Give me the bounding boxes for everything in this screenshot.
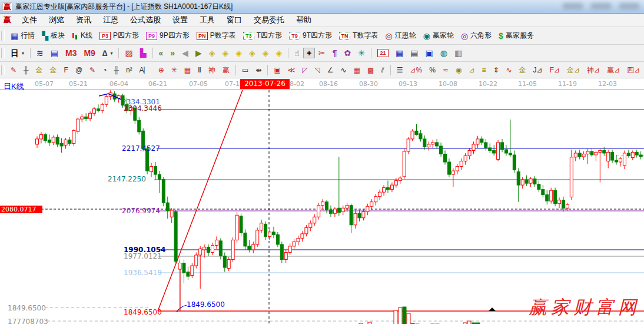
gann-lines-icon[interactable]: ╫	[20, 65, 32, 75]
zigzag-small-icon[interactable]: ∿	[337, 65, 350, 75]
time-dial-icon[interactable]: ◔	[99, 65, 110, 75]
info-panel-icon[interactable]: ▤	[47, 48, 62, 58]
pattern-tool-icon[interactable]: ✳	[354, 48, 369, 58]
p-square-button[interactable]: P3P四方形	[96, 29, 142, 42]
square-grid-icon[interactable]: ▦	[181, 65, 194, 75]
gold-under-icon[interactable]: 金	[516, 65, 530, 75]
grid-red-icon[interactable]: ▦	[350, 65, 364, 75]
gold-grid2-icon[interactable]: 金	[47, 65, 61, 75]
menu-help[interactable]: 帮助	[290, 15, 317, 24]
spiral-icon[interactable]: @	[72, 65, 86, 75]
flower-tool-icon[interactable]: ✿	[341, 48, 355, 58]
list-percent-icon[interactable]: ☰	[393, 65, 407, 75]
h-measure-icon[interactable]: ⇹	[252, 65, 265, 75]
grid-lines-icon[interactable]: ╫	[110, 65, 122, 75]
menu-formula-pick[interactable]: 公式选股	[124, 15, 167, 24]
p-number-table-button[interactable]: PNP数字表	[193, 29, 240, 42]
stamp-tool-icon[interactable]: ¶	[329, 48, 341, 58]
gold-circle-icon[interactable]: ◉	[452, 65, 465, 75]
angle-lines-icon[interactable]: ∠	[324, 65, 337, 75]
chart-panel[interactable]: 05-0705-2106-0406-2107-0507-1908-0208-16…	[0, 78, 644, 324]
menu-gann[interactable]: 江恩	[97, 15, 124, 24]
compress-h-icon[interactable]: ◈	[245, 48, 259, 58]
cut-tool-icon[interactable]: ✂	[315, 48, 329, 58]
menu-news[interactable]: 资讯	[70, 15, 97, 24]
wave-mark-icon[interactable]: Ⅱ	[194, 65, 205, 75]
text-label-icon[interactable]: A⎸	[136, 65, 155, 75]
print-icon[interactable]: ▥	[451, 48, 466, 58]
wave-red-icon[interactable]: ∿	[503, 65, 516, 75]
save-icon[interactable]: ▣	[422, 48, 437, 58]
angle-percent-icon[interactable]: ⊿%	[406, 65, 426, 75]
box-line-red-icon[interactable]: ▣	[270, 65, 284, 75]
9t-square-button[interactable]: T99T四方形	[286, 29, 336, 42]
shen-angle-icon[interactable]: 神⊿	[583, 65, 603, 75]
go-first-icon[interactable]: «	[155, 48, 167, 58]
n-square-icon[interactable]: n²	[122, 65, 136, 75]
hand-tool-icon[interactable]: ☝	[291, 48, 303, 58]
ray-fan-icon[interactable]: ≪	[284, 65, 299, 75]
compress-v-icon[interactable]: ◈	[273, 48, 286, 58]
period-selector[interactable]: 日▾	[7, 48, 28, 58]
zigzag-chart-icon[interactable]: ≋	[33, 48, 47, 58]
notes-icon[interactable]: ▤	[407, 48, 421, 58]
slant-lines-icon[interactable]: ⫽	[377, 65, 387, 75]
gann-wheel-button[interactable]: ◎江恩轮	[381, 29, 419, 42]
menu-window[interactable]: 窗口	[221, 15, 248, 24]
export-web-icon[interactable]: ◍	[437, 48, 451, 58]
percent-line-icon[interactable]: ≂	[439, 65, 452, 75]
kline-chart[interactable]	[0, 90, 644, 324]
grid-red2-icon[interactable]: ▩	[364, 65, 377, 75]
j-angle-icon[interactable]: J⊿	[530, 65, 546, 75]
menu-tools[interactable]: 工具	[194, 15, 221, 24]
sectors-button[interactable]: ▚板块	[38, 29, 68, 42]
next-bar-icon[interactable]: ▶	[192, 48, 205, 58]
winner-wheel-button[interactable]: ◉赢家轮	[420, 29, 457, 42]
menu-file[interactable]: 文件	[16, 15, 43, 24]
expand-v-icon[interactable]: ◈	[259, 48, 273, 58]
crosshair-tool-icon[interactable]: +	[303, 48, 315, 58]
pan-right-icon[interactable]: ◈	[218, 48, 232, 58]
prev-bar-icon[interactable]: ◀	[178, 48, 192, 58]
go-last-icon[interactable]: »	[167, 48, 178, 58]
web-red-icon[interactable]: ✳	[168, 65, 181, 75]
draw-pen-icon[interactable]: ✎	[7, 65, 20, 75]
shen-tool-icon[interactable]: 神	[205, 65, 219, 75]
fibo-f-icon[interactable]: F	[61, 65, 72, 75]
wave-3-icon[interactable]: Μ3	[62, 48, 80, 58]
ying-tool-icon[interactable]: 赢	[219, 65, 233, 75]
flask-tool-icon[interactable]: ∆▾	[99, 48, 117, 58]
ying-angle-icon[interactable]: 赢⊿	[603, 65, 623, 75]
si-angle-icon[interactable]: 四⊿	[623, 65, 643, 75]
f-angle-icon[interactable]: F⊿	[546, 65, 563, 75]
t-number-table-button[interactable]: TNT数字表	[336, 29, 381, 42]
t-square-button[interactable]: T3T四方形	[240, 29, 286, 42]
menu-trade[interactable]: 交易委托	[248, 15, 290, 24]
pan-left-icon[interactable]: ◈	[205, 48, 219, 58]
wave-9-icon[interactable]: Μ9	[80, 48, 98, 58]
quotes-button[interactable]: ▦行情	[7, 29, 38, 42]
calendar-icon[interactable]: 21	[374, 48, 392, 58]
hexagon-button[interactable]: ◎六角形	[457, 29, 495, 42]
gold-grid-icon[interactable]: 金	[32, 65, 47, 75]
fan-box-purple-icon[interactable]: ◸	[298, 65, 311, 75]
kline-button[interactable]: K线	[68, 29, 96, 42]
menu-browse[interactable]: 浏览	[43, 15, 70, 24]
fan-box-red-icon[interactable]: ◹	[311, 65, 324, 75]
menu-settings[interactable]: 设置	[167, 15, 194, 24]
calculator-icon[interactable]: ▦	[392, 48, 407, 58]
percent-icon[interactable]: %	[426, 65, 439, 75]
gold-angle2-icon[interactable]: 金⊿	[563, 65, 583, 75]
gold-angle-icon[interactable]: ⊿	[465, 65, 478, 75]
profile-histogram-icon[interactable]: ▙	[137, 48, 150, 58]
pattern-box-icon[interactable]: ▨	[121, 48, 136, 58]
9p-square-button[interactable]: P99P四方形	[142, 29, 193, 42]
target-red-icon[interactable]: ⊕	[155, 65, 168, 75]
updown-pen-icon[interactable]: ⇕	[489, 65, 502, 75]
expand-h-icon[interactable]: ◈	[232, 48, 245, 58]
ruler-123-icon[interactable]: ▭	[238, 65, 252, 75]
gold-measure-icon[interactable]: ≡	[478, 65, 489, 75]
profile-histogram-icon-glyph: ▙	[140, 49, 147, 57]
red-pen-icon[interactable]: ✎	[86, 65, 99, 75]
winner-service-button[interactable]: $赢家服务	[495, 29, 537, 42]
